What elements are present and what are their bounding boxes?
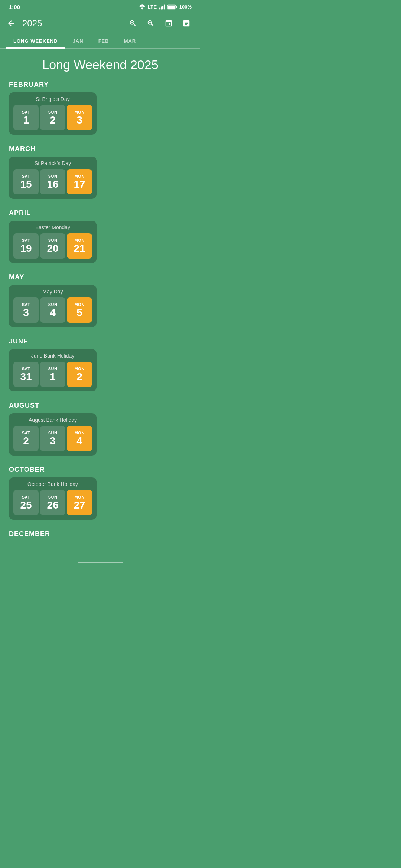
- day-cell: SUN4: [40, 297, 65, 323]
- day-dow: SUN: [48, 366, 58, 371]
- status-time: 1:00: [9, 4, 20, 10]
- days-row: SAT15SUN16MON17: [13, 169, 92, 194]
- tab-feb[interactable]: FEB: [91, 34, 117, 49]
- day-cell: SAT1: [13, 105, 39, 130]
- day-num: 1: [23, 115, 29, 125]
- day-dow: MON: [74, 495, 84, 499]
- month-label: FEBRUARY: [9, 81, 192, 89]
- header-year: 2025: [22, 18, 122, 29]
- month-section-june: JUNEJune Bank HolidaySAT31SUN1MON2: [9, 338, 192, 391]
- tab-long-weekend[interactable]: LONG WEEKEND: [6, 34, 65, 49]
- tab-jan[interactable]: JAN: [65, 34, 91, 49]
- svg-rect-2: [162, 6, 163, 9]
- status-icons: LTE 100%: [139, 4, 192, 10]
- day-dow: MON: [74, 431, 84, 435]
- holiday-card: May DaySAT3SUN4MON5: [9, 285, 97, 327]
- month-section-august: AUGUSTAugust Bank HolidaySAT2SUN3MON4: [9, 402, 192, 456]
- day-cell: SAT3: [13, 297, 39, 323]
- zoom-in-button[interactable]: [125, 15, 141, 32]
- day-num: 16: [47, 179, 58, 190]
- signal-icon: [159, 4, 165, 10]
- holiday-name: August Bank Holiday: [13, 417, 92, 423]
- day-cell: SAT19: [13, 233, 39, 259]
- holiday-name: St Brigid's Day: [13, 96, 92, 102]
- holiday-card: Easter MondaySAT19SUN20MON21: [9, 221, 97, 263]
- day-dow: SUN: [48, 431, 58, 435]
- holiday-card: August Bank HolidaySAT2SUN3MON4: [9, 413, 97, 456]
- day-dow: SAT: [22, 110, 30, 114]
- day-dow: SUN: [48, 174, 58, 178]
- svg-rect-1: [161, 6, 162, 9]
- holiday-name: May Day: [13, 289, 92, 295]
- day-cell: SUN26: [40, 490, 65, 515]
- month-label: OCTOBER: [9, 466, 192, 474]
- day-dow: SUN: [48, 302, 58, 307]
- days-row: SAT2SUN3MON4: [13, 426, 92, 451]
- day-cell: MON21: [67, 233, 92, 259]
- holiday-name: St Patrick's Day: [13, 160, 92, 166]
- holiday-name: June Bank Holiday: [13, 353, 92, 359]
- holiday-name: Easter Monday: [13, 224, 92, 230]
- svg-rect-5: [168, 5, 175, 8]
- day-cell: MON4: [67, 426, 92, 451]
- day-num: 3: [50, 436, 56, 446]
- day-num: 4: [50, 308, 56, 318]
- days-row: SAT3SUN4MON5: [13, 297, 92, 323]
- day-num: 15: [20, 179, 32, 190]
- months-container: FEBRUARYSt Brigid's DaySAT1SUN2MON3MARCH…: [9, 81, 192, 538]
- day-num: 25: [20, 500, 32, 510]
- day-dow: SAT: [22, 366, 30, 371]
- day-dow: MON: [74, 110, 84, 114]
- day-cell: SAT25: [13, 490, 39, 515]
- month-label: JUNE: [9, 338, 192, 345]
- day-num: 2: [23, 436, 29, 446]
- day-cell: SAT31: [13, 362, 39, 387]
- day-num: 2: [50, 115, 56, 125]
- day-cell: MON2: [67, 362, 92, 387]
- day-cell: SAT15: [13, 169, 39, 194]
- day-dow: SAT: [22, 238, 30, 243]
- month-label: DECEMBER: [9, 530, 192, 538]
- tab-mar[interactable]: MAR: [117, 34, 144, 49]
- calendar-button[interactable]: [160, 15, 177, 32]
- battery-icon: [167, 4, 177, 10]
- days-row: SAT1SUN2MON3: [13, 105, 92, 130]
- day-cell: MON3: [67, 105, 92, 130]
- svg-rect-0: [159, 7, 160, 9]
- day-cell: SUN1: [40, 362, 65, 387]
- month-section-april: APRILEaster MondaySAT19SUN20MON21: [9, 209, 192, 263]
- bottom-bar: [0, 557, 200, 566]
- day-dow: SAT: [22, 431, 30, 435]
- zoom-out-button[interactable]: [143, 15, 159, 32]
- day-dow: MON: [74, 238, 84, 243]
- svg-rect-6: [176, 6, 177, 8]
- day-num: 26: [47, 500, 58, 510]
- back-button[interactable]: [3, 15, 19, 32]
- svg-rect-3: [164, 4, 165, 9]
- days-row: SAT25SUN26MON27: [13, 490, 92, 515]
- month-section-december: DECEMBER: [9, 530, 192, 538]
- status-bar: 1:00 LTE 100%: [0, 0, 200, 12]
- day-cell: MON5: [67, 297, 92, 323]
- day-num: 20: [47, 243, 58, 254]
- day-dow: MON: [74, 366, 84, 371]
- day-dow: SUN: [48, 238, 58, 243]
- month-label: APRIL: [9, 209, 192, 217]
- month-section-march: MARCHSt Patrick's DaySAT15SUN16MON17: [9, 145, 192, 199]
- day-cell: SAT2: [13, 426, 39, 451]
- holiday-name: October Bank Holiday: [13, 481, 92, 487]
- day-cell: SUN16: [40, 169, 65, 194]
- holiday-card: St Brigid's DaySAT1SUN2MON3: [9, 92, 97, 135]
- notes-button[interactable]: [178, 15, 195, 32]
- days-row: SAT19SUN20MON21: [13, 233, 92, 259]
- day-num: 27: [74, 500, 85, 510]
- days-row: SAT31SUN1MON2: [13, 362, 92, 387]
- header: 2025: [0, 12, 200, 34]
- page-title: Long Weekend 2025: [9, 57, 192, 72]
- day-dow: MON: [74, 302, 84, 307]
- day-num: 17: [74, 179, 85, 190]
- month-section-may: MAYMay DaySAT3SUN4MON5: [9, 273, 192, 327]
- month-section-october: OCTOBEROctober Bank HolidaySAT25SUN26MON…: [9, 466, 192, 520]
- month-label: MAY: [9, 273, 192, 281]
- day-num: 3: [23, 308, 29, 318]
